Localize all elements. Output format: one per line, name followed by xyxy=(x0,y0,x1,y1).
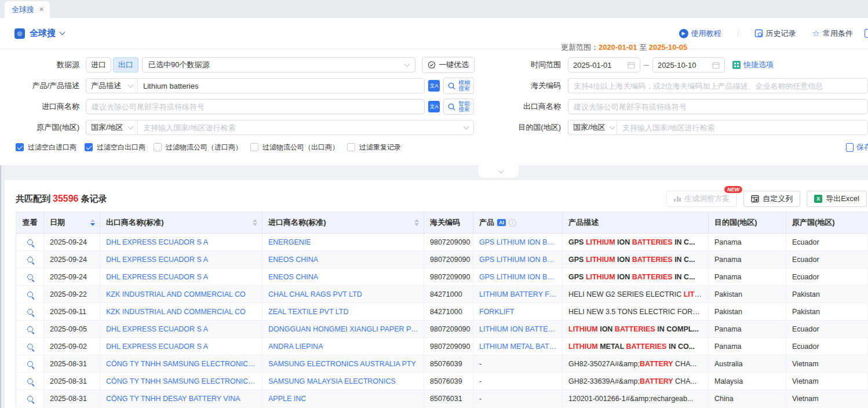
translate-icon[interactable]: 文A xyxy=(428,80,440,92)
custom-columns-button[interactable]: 自定义列 xyxy=(743,191,800,207)
filter-checkbox[interactable]: 过滤物流公司（进口商） xyxy=(154,143,242,152)
checkbox-icon[interactable] xyxy=(250,143,258,151)
filter-checkbox[interactable]: 过滤重复记录 xyxy=(347,143,401,152)
collapse-toggle[interactable] xyxy=(478,165,519,178)
product-cell: GPS LITHIUM ION BAT... xyxy=(473,251,563,268)
hs-code-cell: 9807209090 xyxy=(424,251,473,268)
history-link[interactable]: 历史记录 xyxy=(754,28,796,39)
magnifier-icon[interactable] xyxy=(27,292,33,297)
importer-link[interactable]: ENEOS CHINA xyxy=(268,256,318,264)
tutorial-link[interactable]: ▶ 使用教程 xyxy=(679,28,721,39)
product-type-select[interactable]: 产品描述 xyxy=(86,79,138,93)
origin-cell: Ecuador xyxy=(786,234,868,251)
exporter-link[interactable]: DHL EXPRESS ECUADOR S A xyxy=(106,238,208,246)
tab-close-icon[interactable]: ✕ xyxy=(39,6,44,13)
filter-row: 过滤空白进口商过滤空白出口商过滤物流公司（进口商）过滤物流公司（出口商）过滤重复… xyxy=(0,135,868,152)
product-link[interactable]: LITHIUM METAL BATT... xyxy=(479,343,557,351)
data-source-select[interactable]: 已选中90个数据源 xyxy=(142,57,415,72)
product-link[interactable]: FORKLIFT xyxy=(479,308,514,316)
importer-link[interactable]: ZEAL TEXTILE PVT LTD xyxy=(268,308,348,316)
checkbox-icon[interactable] xyxy=(154,143,162,151)
favorites-link[interactable]: ☆ 常用条件 xyxy=(812,28,853,39)
table-row: 2025-09-05DHL EXPRESS ECUADOR S ADONGGUA… xyxy=(16,320,867,338)
exporter-link[interactable]: DHL EXPRESS ECUADOR S A xyxy=(106,256,208,264)
exporter-link[interactable]: CÔNG TY TNHH SAMSUNG ELECTRONICS ... xyxy=(106,360,257,368)
checkbox-icon[interactable] xyxy=(347,143,355,151)
destination-country-input[interactable] xyxy=(617,121,867,134)
exporter-link[interactable]: KZK INDUSTRIAL AND COMMERCIAL CO xyxy=(106,290,246,298)
product-label: 产品/产品描述 xyxy=(0,81,79,91)
product-link[interactable]: LITHIUM ION BATTERY xyxy=(479,325,557,333)
magnifier-icon[interactable] xyxy=(27,239,33,245)
col-date[interactable]: 日期 xyxy=(44,212,100,234)
title-chevron-down-icon[interactable] xyxy=(60,30,65,35)
product-link[interactable]: GPS LITHIUM ION BAT... xyxy=(479,256,557,264)
fuzzy-search-button[interactable]: 模糊搜索 xyxy=(443,78,474,94)
magnifier-icon[interactable] xyxy=(27,378,33,384)
export-toggle[interactable]: 出口 xyxy=(113,57,138,72)
smart-search-button[interactable]: 智能搜索 xyxy=(443,99,474,115)
translate-icon[interactable]: 文A xyxy=(428,101,440,112)
destination-cell: Panama xyxy=(709,234,786,251)
checkbox-icon[interactable] xyxy=(16,143,24,151)
importer-link[interactable]: SAMSUNG ELECTRONICS AUSTRALIA PTY xyxy=(268,360,416,368)
filter-checkbox[interactable]: 过滤空白出口商 xyxy=(85,143,145,152)
importer-cell: DONGGUAN HONGMEI XIANGLI PAPER PR... xyxy=(262,320,424,338)
save-condition-link[interactable]: 保存 xyxy=(846,142,868,152)
one-key-optimize-button[interactable]: 一键优选 xyxy=(422,57,475,73)
hs-code-cell: 9807209090 xyxy=(424,320,473,338)
importer-link[interactable]: CHAL CHAL RAGS PVT LTD xyxy=(268,290,362,298)
product-link[interactable]: GPS LITHIUM ION BAT... xyxy=(479,273,557,281)
magnifier-icon[interactable] xyxy=(27,326,33,332)
exporter-link[interactable]: DHL EXPRESS ECUADOR S A xyxy=(106,343,208,351)
magnifier-icon[interactable] xyxy=(27,344,33,349)
product-cell: LITHIUM METAL BATT... xyxy=(473,338,563,355)
date-from-input[interactable]: 2025-01-01 xyxy=(568,57,640,72)
importer-link[interactable]: ANDRA LIEPINA xyxy=(268,343,323,351)
destination-country-select[interactable]: 国家/地区 xyxy=(568,121,617,134)
exporter-input[interactable] xyxy=(568,99,868,114)
calendar-icon xyxy=(712,61,720,69)
product-link[interactable]: LITHIUM BATTERY FO... xyxy=(479,290,557,298)
checkbox-icon[interactable] xyxy=(85,143,93,151)
export-excel-button[interactable]: X 导出Excel xyxy=(807,191,867,207)
magnifier-icon[interactable] xyxy=(27,257,33,263)
magnifier-icon[interactable] xyxy=(27,361,33,367)
magnifier-icon[interactable] xyxy=(27,274,33,280)
magnifier-icon[interactable] xyxy=(27,396,33,402)
origin-country-input[interactable] xyxy=(138,121,459,134)
product-cell: - xyxy=(473,390,563,407)
exporter-link[interactable]: CÔNG TY TNHH SAMSUNG ELECTRONICS ... xyxy=(106,377,257,385)
importer-link[interactable]: SAMSUNG MALAYSIA ELECTRONICS xyxy=(268,377,396,385)
info-icon[interactable]: i xyxy=(509,219,516,227)
origin-country-select[interactable]: 国家/地区 xyxy=(86,121,138,134)
col-importer[interactable]: 进口商名称(标准) xyxy=(262,212,424,234)
exporter-link[interactable]: DHL EXPRESS ECUADOR S A xyxy=(106,273,208,281)
importer-link[interactable]: ENEOS CHINA xyxy=(268,273,318,281)
hs-code-cell: 84271000 xyxy=(424,303,473,320)
exporter-link[interactable]: CÔNG TY TNHH DESAY BATTERY VINA xyxy=(106,395,240,403)
app-icon: ◎ xyxy=(14,28,25,39)
time-range-label: 时间范围 xyxy=(474,60,561,70)
importer-input[interactable] xyxy=(86,99,425,114)
product-input[interactable] xyxy=(138,79,424,93)
filter-checkbox[interactable]: 过滤空白进口商 xyxy=(16,143,76,152)
search-form: 更新范围：2020-01-01 至 2025-10-05 数据源 进口 出口 已… xyxy=(0,49,868,135)
date-to-input[interactable]: 2025-10-10 xyxy=(652,57,725,72)
tab-global-search[interactable]: 全球搜 ✕ xyxy=(5,1,50,18)
filter-checkbox[interactable]: 过滤物流公司（出口商） xyxy=(250,143,339,152)
exporter-link[interactable]: DHL EXPRESS ECUADOR S A xyxy=(106,325,208,333)
quick-options-link[interactable]: 快捷选项 xyxy=(732,60,774,70)
hs-code-input[interactable] xyxy=(568,78,868,93)
import-toggle[interactable]: 进口 xyxy=(86,57,111,72)
magnifier-icon[interactable] xyxy=(27,309,33,315)
save-icon xyxy=(846,143,854,152)
exporter-link[interactable]: KZK INDUSTRIAL AND COMMERCIAL CO xyxy=(106,308,246,316)
importer-link[interactable]: APPLE INC xyxy=(268,395,306,403)
view-cell xyxy=(16,373,44,390)
importer-link[interactable]: ENERGENIE xyxy=(268,238,311,246)
product-link[interactable]: GPS LITHIUM ION BAT... xyxy=(479,238,557,246)
col-exporter[interactable]: 出口商名称(标准) xyxy=(100,212,262,234)
generate-insight-button[interactable]: 生成洞察方案 NEW xyxy=(666,191,737,207)
importer-link[interactable]: DONGGUAN HONGMEI XIANGLI PAPER PR... xyxy=(268,325,419,333)
